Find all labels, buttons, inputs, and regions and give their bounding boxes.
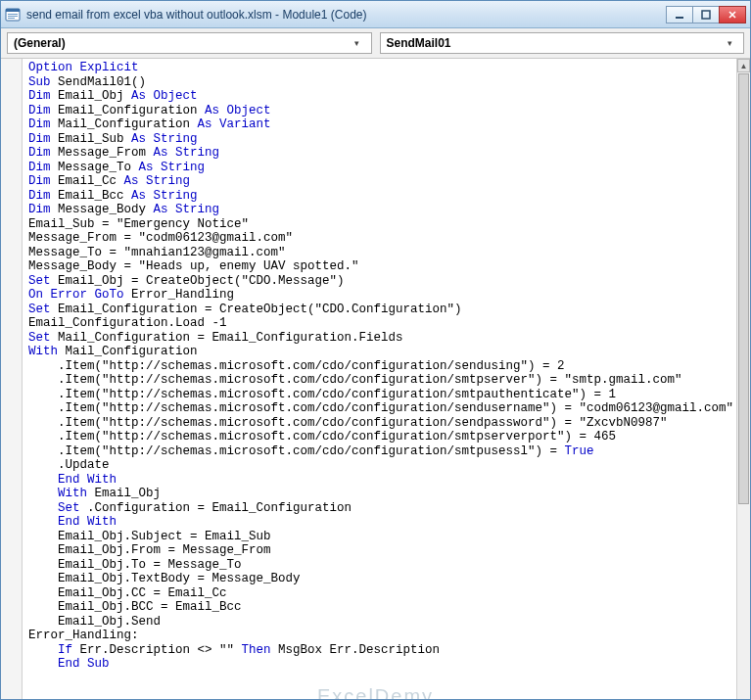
svg-rect-3	[8, 16, 18, 17]
close-button[interactable]	[719, 6, 746, 23]
selector-row: (General) ▾ SendMail01 ▾	[1, 28, 750, 59]
code-margin	[1, 59, 23, 700]
scroll-up-arrow-icon[interactable]: ▲	[737, 59, 750, 72]
window-controls	[667, 6, 746, 23]
svg-rect-5	[676, 17, 683, 19]
code-content[interactable]: Option Explicit Sub SendMail01() Dim Ema…	[28, 61, 736, 700]
code-editor[interactable]: Option Explicit Sub SendMail01() Dim Ema…	[1, 59, 750, 700]
object-selector[interactable]: (General) ▾	[7, 32, 372, 54]
object-selector-value: (General)	[14, 36, 350, 50]
scrollbar-thumb[interactable]	[738, 73, 749, 504]
window-title: send email from excel vba without outloo…	[26, 8, 667, 22]
svg-rect-1	[6, 9, 20, 12]
procedure-selector[interactable]: SendMail01 ▾	[380, 32, 745, 54]
vertical-scrollbar[interactable]: ▲	[736, 59, 750, 700]
app-icon	[5, 7, 21, 23]
svg-rect-2	[8, 14, 18, 15]
chevron-down-icon: ▾	[722, 38, 737, 48]
minimize-button[interactable]	[666, 6, 693, 23]
window-titlebar: send email from excel vba without outloo…	[1, 1, 750, 28]
svg-rect-6	[702, 11, 710, 19]
procedure-selector-value: SendMail01	[387, 36, 723, 50]
svg-rect-4	[8, 18, 15, 19]
chevron-down-icon: ▾	[350, 38, 365, 48]
maximize-button[interactable]	[692, 6, 720, 23]
